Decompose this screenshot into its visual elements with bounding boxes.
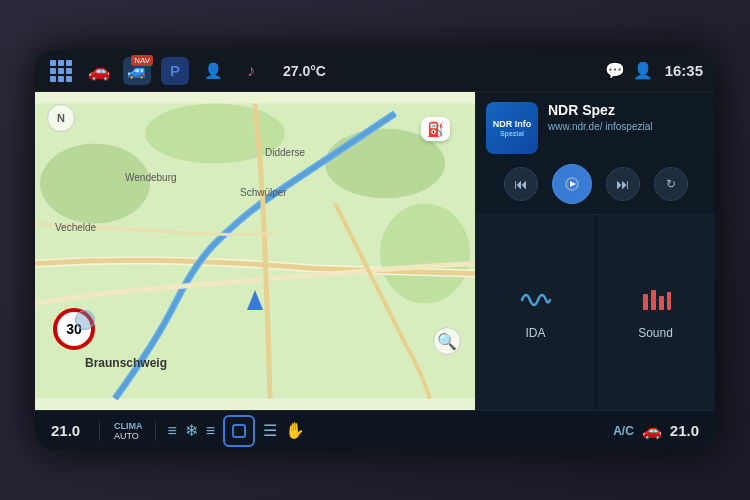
- town-label-vechelde: Vechelde: [55, 222, 96, 233]
- svg-point-1: [40, 144, 150, 224]
- wave-icon: [520, 286, 552, 314]
- map-section[interactable]: Braunschweig Vechelde Wendeburg Didderse…: [35, 92, 475, 410]
- town-label-didderse: Didderse: [265, 147, 305, 158]
- map-background: Braunschweig Vechelde Wendeburg Didderse…: [35, 92, 475, 410]
- town-label-wendeburg: Wendeburg: [125, 172, 177, 183]
- svg-rect-10: [667, 292, 671, 310]
- radio-station-url: www.ndr.de/ infospezial: [548, 120, 705, 133]
- radio-controls: ⏮ ⏭ ↻: [486, 164, 705, 204]
- ida-icon: [520, 286, 552, 320]
- car-surround: 🚗 🚙 NAV P 👤 ♪ 27.0°C 💬 👤: [0, 0, 750, 500]
- temp-right-display: 21.0: [670, 422, 699, 439]
- radio-info: NDR Info Spezial NDR Spez www.ndr.de/ in…: [486, 102, 705, 154]
- auto-label: AUTO: [114, 431, 139, 441]
- radio-station-logo: NDR Info Spezial: [486, 102, 538, 154]
- infotainment-screen: 🚗 🚙 NAV P 👤 ♪ 27.0°C 💬 👤: [35, 50, 715, 450]
- play-pause-button[interactable]: [552, 164, 592, 204]
- status-icons: 💬 👤: [605, 61, 653, 80]
- fan-icon[interactable]: ≡: [168, 422, 177, 440]
- main-content: Braunschweig Vechelde Wendeburg Didderse…: [35, 92, 715, 410]
- grid-dots: [50, 60, 72, 82]
- divider-2: [155, 421, 156, 441]
- svg-rect-9: [659, 296, 664, 310]
- right-panel: NDR Info Spezial NDR Spez www.ndr.de/ in…: [475, 92, 715, 410]
- top-bar-left: 🚗 🚙 NAV P 👤 ♪ 27.0°C: [47, 57, 597, 85]
- radio-text-info: NDR Spez www.ndr.de/ infospezial: [548, 102, 705, 133]
- temp-left-display: 21.0: [51, 422, 87, 439]
- driver-assist-icon[interactable]: 👤: [199, 57, 227, 85]
- profile-icon: 👤: [633, 61, 653, 80]
- gas-station-pin[interactable]: ⛽: [421, 117, 450, 141]
- fan-speed-icon[interactable]: ≡: [206, 422, 215, 440]
- radio-station-name: NDR Spez: [548, 102, 705, 118]
- music-icon[interactable]: ♪: [237, 57, 265, 85]
- divider-1: [99, 421, 100, 441]
- map-zoom-button[interactable]: 🔍: [433, 327, 461, 355]
- town-label-schwulper: Schwülper: [240, 187, 287, 198]
- nav-badge: NAV: [131, 55, 153, 66]
- ac-label: A/C: [613, 424, 634, 438]
- home-grid-icon[interactable]: [47, 57, 75, 85]
- radio-logo-line2: Spezial: [500, 130, 524, 137]
- car-icon[interactable]: 🚗: [85, 57, 113, 85]
- ida-label: IDA: [525, 326, 545, 340]
- nav-icon-wrapper: 🚙 NAV: [123, 57, 151, 85]
- heated-steering-icon[interactable]: ✋: [285, 421, 305, 440]
- clima-label: CLIMA: [114, 421, 143, 431]
- air-distribution-icon[interactable]: ❄: [185, 421, 198, 440]
- message-icon: 💬: [605, 61, 625, 80]
- parking-icon[interactable]: P: [161, 57, 189, 85]
- svg-point-4: [380, 204, 470, 304]
- sound-icon-container: [641, 286, 671, 320]
- svg-marker-6: [570, 181, 576, 187]
- sound-label: Sound: [638, 326, 673, 340]
- repeat-button[interactable]: ↻: [654, 167, 688, 201]
- play-icon: [565, 177, 579, 191]
- svg-rect-7: [643, 294, 648, 310]
- svg-rect-12: [233, 425, 245, 437]
- gas-icon: ⛽: [427, 121, 444, 137]
- svg-point-2: [145, 104, 285, 164]
- map-compass: N: [47, 104, 75, 132]
- radio-logo-line1: NDR Info: [493, 119, 532, 130]
- equalizer-icon: [641, 286, 671, 314]
- clock-display: 16:35: [665, 62, 703, 79]
- rear-heat-icon[interactable]: 🚗: [642, 421, 662, 440]
- ida-cell[interactable]: IDA: [476, 215, 595, 410]
- top-navigation-bar: 🚗 🚙 NAV P 👤 ♪ 27.0°C 💬 👤: [35, 50, 715, 92]
- temperature-display: 27.0°C: [283, 63, 326, 79]
- next-track-button[interactable]: ⏭: [606, 167, 640, 201]
- top-bar-right: 💬 👤 16:35: [605, 61, 703, 80]
- home-icon: [231, 423, 247, 439]
- center-home-button[interactable]: [223, 415, 255, 447]
- clima-badge: CLIMA AUTO: [114, 421, 143, 441]
- climate-control-bar: 21.0 CLIMA AUTO ≡ ❄ ≡ ☰ ✋ A/C 🚗 21.0: [35, 410, 715, 450]
- menu-lines-icon[interactable]: ☰: [263, 421, 277, 440]
- location-indicator: [75, 310, 95, 330]
- prev-track-button[interactable]: ⏮: [504, 167, 538, 201]
- city-label-braunschweig: Braunschweig: [85, 356, 167, 370]
- bottom-feature-grid: IDA Soun: [476, 215, 715, 410]
- radio-section: NDR Info Spezial NDR Spez www.ndr.de/ in…: [476, 92, 715, 215]
- sound-cell[interactable]: Sound: [596, 215, 715, 410]
- navigation-arrow: [247, 290, 263, 310]
